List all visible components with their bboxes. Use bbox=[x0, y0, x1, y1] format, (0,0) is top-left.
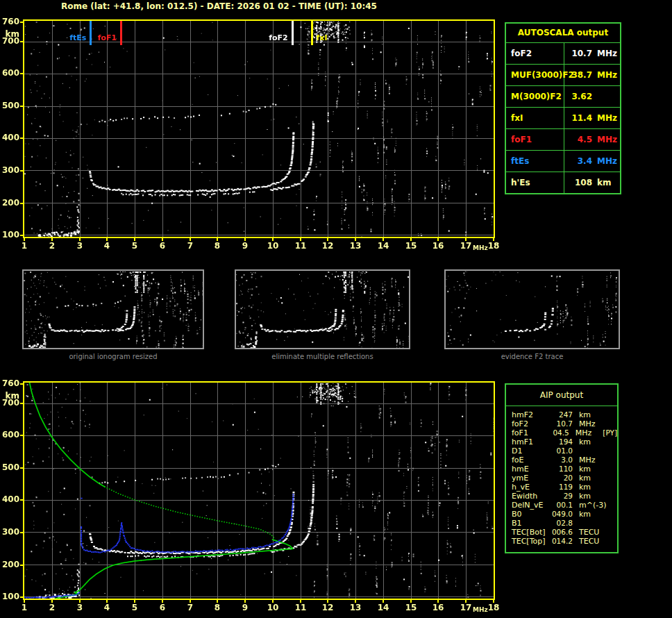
parameter-unit bbox=[579, 519, 608, 528]
y-tick-label: 100 bbox=[0, 592, 19, 601]
value-unit: MHz bbox=[597, 151, 617, 172]
autoscala-row-muf3000f2: MUF(3000)F238.7MHz bbox=[506, 65, 620, 86]
value-number: 3.4 bbox=[569, 151, 592, 172]
parameter-value: 10.7MHz bbox=[564, 43, 620, 64]
y-tick-label: 300 bbox=[0, 165, 19, 175]
parameter-unit: TECU bbox=[579, 537, 608, 546]
parameter-value: 194 bbox=[550, 437, 573, 446]
y-tick-mark bbox=[20, 435, 23, 436]
x-tick-label: 8 bbox=[208, 603, 226, 612]
parameter-name: foF2 bbox=[512, 419, 550, 428]
parameter-name: foF1 bbox=[506, 129, 564, 150]
y-tick-label: 100 bbox=[0, 230, 19, 240]
x-tick-label: 11 bbox=[292, 241, 310, 251]
value-number: 3.62 bbox=[569, 86, 592, 107]
autoscala-row-ftes: ftEs3.4MHz bbox=[506, 151, 620, 172]
parameter-value: 02.8 bbox=[550, 519, 573, 528]
aip-output-table: AIP output hmF2247kmfoF210.7MHzfoF104.5M… bbox=[505, 383, 619, 553]
bottom-ionogram-plot bbox=[23, 381, 495, 600]
value-unit: MHz bbox=[597, 129, 617, 150]
x-tick-label: 16 bbox=[429, 603, 447, 612]
autoscala-table-title: AUTOSCALA output bbox=[506, 24, 620, 43]
x-tick-label: 3 bbox=[71, 603, 89, 612]
caption-original-ionogram: original ionogram resized bbox=[22, 353, 204, 360]
autoscala-row-m3000f2: M(3000)F23.62 bbox=[506, 86, 620, 108]
parameter-value: 4.5MHz bbox=[564, 129, 620, 150]
caption-no-multiples: eliminate multiple reflections bbox=[235, 353, 410, 360]
x-tick-label: 14 bbox=[374, 603, 392, 612]
parameter-value: 04.5 bbox=[548, 428, 569, 437]
parameter-value: 108km bbox=[564, 172, 620, 193]
parameter-name: ymE bbox=[512, 474, 550, 483]
thumbnail-original-ionogram bbox=[22, 269, 204, 349]
aip-row-foe: foE3.0MHz bbox=[512, 456, 617, 465]
value-number: 10.7 bbox=[569, 43, 592, 64]
x-tick-label: 10 bbox=[264, 603, 282, 612]
parameter-name: Ewidth bbox=[512, 492, 550, 501]
parameter-unit: TECU bbox=[579, 528, 608, 537]
aip-row-ewidth: Ewidth29km bbox=[512, 492, 617, 501]
marker-label-ftEs: ftEs bbox=[57, 33, 86, 42]
marker-line-foF1 bbox=[120, 21, 122, 45]
parameter-unit: MHz bbox=[579, 456, 608, 465]
x-axis-unit-label: MHz bbox=[473, 606, 488, 613]
parameter-unit: km bbox=[579, 437, 608, 446]
parameter-unit: m^(-3) bbox=[579, 501, 608, 510]
parameter-value: 29 bbox=[550, 492, 573, 501]
x-tick-label: 5 bbox=[126, 241, 144, 251]
parameter-name: M(3000)F2 bbox=[506, 86, 564, 107]
parameter-name: hmF2 bbox=[512, 410, 550, 419]
x-tick-label: 9 bbox=[236, 603, 254, 612]
parameter-value: 049.0 bbox=[550, 510, 573, 519]
aip-row-tecbot: TEC[Bot]006.6TECU bbox=[512, 528, 617, 537]
parameter-name: DelN_vE bbox=[512, 501, 550, 510]
y-tick-label: 600 bbox=[0, 430, 19, 440]
y-tick-label: 760 bbox=[0, 378, 19, 388]
value-number: 108 bbox=[569, 172, 592, 193]
parameter-name: hmF1 bbox=[512, 437, 550, 446]
parameter-name: fxI bbox=[506, 108, 564, 128]
aip-row-hmf1: hmF1194km bbox=[512, 437, 617, 446]
x-tick-label: 1 bbox=[15, 603, 33, 612]
x-tick-label: 16 bbox=[429, 241, 447, 251]
parameter-value: 10.7 bbox=[550, 419, 573, 428]
parameter-value: 247 bbox=[550, 410, 573, 419]
autoscala-row-fof2: foF210.7MHz bbox=[506, 43, 620, 65]
aip-row-delnve: DelN_vE00.1m^(-3) bbox=[512, 501, 617, 510]
x-tick-label: 15 bbox=[402, 241, 420, 251]
aip-row-b0: B0049.0km bbox=[512, 510, 617, 519]
y-axis-unit-label: km bbox=[0, 29, 19, 39]
parameter-name: h_vE bbox=[512, 483, 550, 492]
marker-line-foF2 bbox=[292, 21, 294, 45]
x-tick-label: 6 bbox=[153, 603, 171, 612]
aip-row-fof1: foF104.5MHz[PY] bbox=[512, 428, 617, 437]
x-tick-label: 4 bbox=[98, 241, 116, 251]
top-ionogram-plot: ftEsfoF1foF2fxI bbox=[23, 19, 495, 238]
y-tick-mark bbox=[20, 170, 23, 172]
x-tick-label: 7 bbox=[181, 241, 199, 251]
aip-row-fof2: foF210.7MHz bbox=[512, 419, 617, 428]
parameter-name: hmE bbox=[512, 465, 550, 474]
parameter-name: TEC[Bot] bbox=[512, 528, 550, 537]
y-tick-label: 200 bbox=[0, 198, 19, 208]
parameter-unit: MHz bbox=[576, 428, 603, 437]
y-tick-label: 600 bbox=[0, 68, 19, 78]
y-tick-mark bbox=[20, 41, 23, 42]
x-tick-label: 13 bbox=[346, 603, 364, 612]
autoscala-table-rows: foF210.7MHzMUF(3000)F238.7MHzM(3000)F23.… bbox=[506, 43, 620, 193]
x-tick-label: 4 bbox=[98, 603, 116, 612]
station-title: Rome (lat: +41.8, lon: 012.5) - DATE: 20… bbox=[61, 1, 377, 11]
y-tick-label: 300 bbox=[0, 527, 19, 537]
scaled-frequency-markers: ftEsfoF1foF2fxI bbox=[24, 21, 494, 237]
aip-row-tectop: TEC[Top]014.2TECU bbox=[512, 537, 617, 546]
parameter-unit: km bbox=[579, 483, 608, 492]
aip-table-rows: hmF2247kmfoF210.7MHzfoF104.5MHz[PY]hmF11… bbox=[506, 406, 617, 546]
x-axis-unit-label: MHz bbox=[473, 244, 488, 251]
parameter-unit: MHz bbox=[579, 419, 608, 428]
autoscala-row-fxi: fxI11.4MHz bbox=[506, 108, 620, 129]
thumbnail-original-canvas bbox=[24, 271, 203, 348]
value-unit: km bbox=[597, 172, 611, 193]
autoscala-window: Rome (lat: +41.8, lon: 012.5) - DATE: 20… bbox=[0, 0, 672, 618]
value-unit: MHz bbox=[597, 65, 617, 85]
parameter-unit: km bbox=[579, 465, 608, 474]
